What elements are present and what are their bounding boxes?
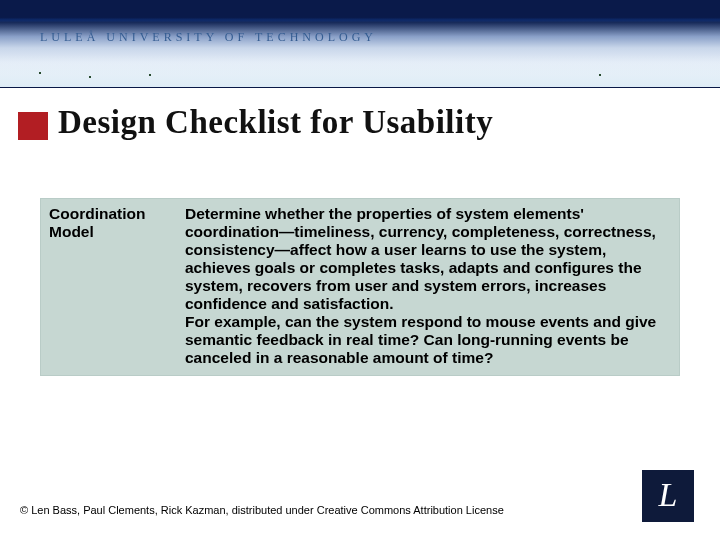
slide: LULEÅ UNIVERSITY OF TECHNOLOGY Design Ch…	[0, 0, 720, 540]
checklist-table: Coordination Model Determine whether the…	[40, 198, 680, 376]
university-name: LULEÅ UNIVERSITY OF TECHNOLOGY	[40, 30, 377, 45]
slide-title: Design Checklist for Usability	[58, 104, 493, 141]
checklist-row-label: Coordination Model	[41, 199, 181, 375]
title-accent-bar	[18, 112, 48, 140]
checklist-row-body: Determine whether the properties of syst…	[181, 199, 679, 375]
logo-letter-icon: L	[659, 478, 678, 512]
attribution-text: © Len Bass, Paul Clements, Rick Kazman, …	[20, 504, 504, 516]
university-logo: L	[642, 470, 694, 522]
